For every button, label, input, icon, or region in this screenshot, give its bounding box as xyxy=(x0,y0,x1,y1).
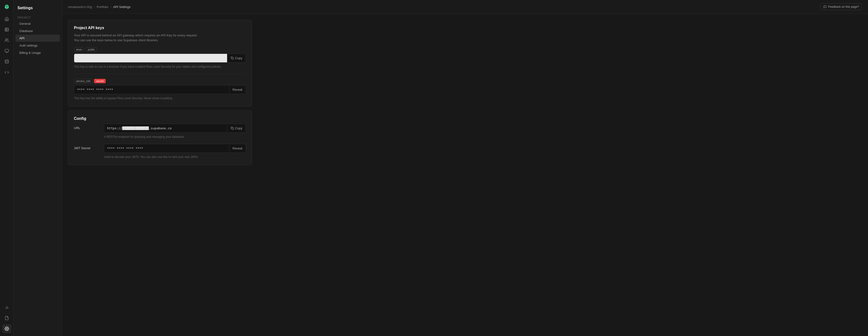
main-content: romansorin's Org › Portfolio › API Setti… xyxy=(62,0,868,336)
svg-rect-0 xyxy=(5,28,8,31)
sidebar-item-auth[interactable]: Auth settings xyxy=(16,42,60,49)
api-keys-description: Your API is secured behind an API gatewa… xyxy=(74,33,246,43)
svg-rect-13 xyxy=(232,58,234,59)
table-nav-icon[interactable] xyxy=(2,25,11,34)
url-input[interactable] xyxy=(104,124,227,133)
svg-rect-14 xyxy=(232,128,234,130)
feedback-button[interactable]: Feedback on this page? xyxy=(820,3,862,10)
svg-point-4 xyxy=(5,38,7,40)
jwt-input[interactable] xyxy=(104,144,229,152)
jwt-hint: Used to decode your JWTs. You can also u… xyxy=(104,155,246,159)
settings-nav-icon[interactable] xyxy=(2,324,11,333)
service-key-reveal-button[interactable]: Reveal xyxy=(229,86,246,93)
docs-nav-icon[interactable] xyxy=(2,314,11,323)
storage-nav-icon[interactable] xyxy=(2,57,11,66)
public-badge: public xyxy=(86,47,97,52)
anon-key-row: anon public Copy This key is safe to use… xyxy=(74,47,246,69)
breadcrumb-portfolio[interactable]: Portfolio xyxy=(97,5,108,9)
settings-sidebar: Settings Project General Database API Au… xyxy=(13,0,62,336)
sidebar-item-billing[interactable]: Billing & Usage xyxy=(16,49,60,56)
url-label: URL xyxy=(74,124,98,130)
breadcrumb-org[interactable]: romansorin's Org xyxy=(68,5,92,9)
service-key-hint: This key has the ability to bypass Row L… xyxy=(74,96,246,101)
functions-nav-icon[interactable] xyxy=(2,68,11,77)
url-right: Copy A RESTful endpoint for querying and… xyxy=(104,124,246,139)
url-input-container: Copy xyxy=(104,124,246,133)
anon-key-input[interactable] xyxy=(74,54,227,62)
anon-key-input-container: Copy xyxy=(74,54,246,63)
sidebar-item-database[interactable]: Database xyxy=(16,27,60,34)
url-row: URL Copy A RESTful endpoint for querying… xyxy=(74,124,246,139)
sidebar-item-general[interactable]: General xyxy=(16,20,60,27)
service-key-row: service_role secret Reveal This key has … xyxy=(74,79,246,101)
breadcrumb-sep-1: › xyxy=(94,5,95,8)
svg-point-8 xyxy=(5,60,8,61)
svg-rect-5 xyxy=(5,49,8,52)
service-key-input[interactable] xyxy=(74,85,229,94)
service-role-badge: service_role xyxy=(74,79,93,83)
icon-sidebar xyxy=(0,0,13,336)
jwt-reveal-button[interactable]: Reveal xyxy=(229,145,246,152)
url-copy-icon xyxy=(231,127,234,130)
copy-icon xyxy=(231,57,234,60)
app-logo[interactable] xyxy=(3,3,11,11)
url-hint: A RESTful endpoint for querying and mana… xyxy=(104,135,246,139)
jwt-input-container: Reveal xyxy=(104,144,246,153)
jwt-label: JWT Secret xyxy=(74,144,98,150)
anon-key-copy-button[interactable]: Copy xyxy=(227,54,246,62)
settings-title: Settings xyxy=(13,4,62,14)
sidebar-item-api[interactable]: API xyxy=(16,35,60,42)
svg-point-12 xyxy=(6,328,7,330)
reports-nav-icon[interactable] xyxy=(2,303,11,312)
jwt-right: Reveal Used to decode your JWTs. You can… xyxy=(104,144,246,159)
breadcrumb-sep-2: › xyxy=(110,5,111,8)
feedback-icon xyxy=(824,5,827,8)
breadcrumb: romansorin's Org › Portfolio › API Setti… xyxy=(62,0,868,14)
service-key-input-container: Reveal xyxy=(74,85,246,94)
anon-key-hint: This key is safe to use in a browser if … xyxy=(74,64,246,69)
project-api-keys-card: Project API keys Your API is secured beh… xyxy=(68,20,252,107)
breadcrumb-current: API Settings xyxy=(113,5,131,9)
logs-nav-icon[interactable] xyxy=(2,47,11,55)
service-badge-row: service_role secret xyxy=(74,79,246,83)
users-nav-icon[interactable] xyxy=(2,36,11,45)
anon-badge-row: anon public xyxy=(74,47,246,52)
page-content: Project API keys Your API is secured beh… xyxy=(62,14,868,336)
config-card: Config URL Copy A R xyxy=(68,110,252,165)
nav-section-project: Project xyxy=(13,14,62,20)
secret-badge: secret xyxy=(94,79,106,83)
api-keys-title: Project API keys xyxy=(74,26,246,30)
config-title: Config xyxy=(74,116,246,121)
url-copy-button[interactable]: Copy xyxy=(227,124,246,132)
anon-badge: anon xyxy=(74,47,84,52)
home-nav-icon[interactable] xyxy=(2,15,11,23)
jwt-row: JWT Secret Reveal Used to decode your JW… xyxy=(74,144,246,159)
